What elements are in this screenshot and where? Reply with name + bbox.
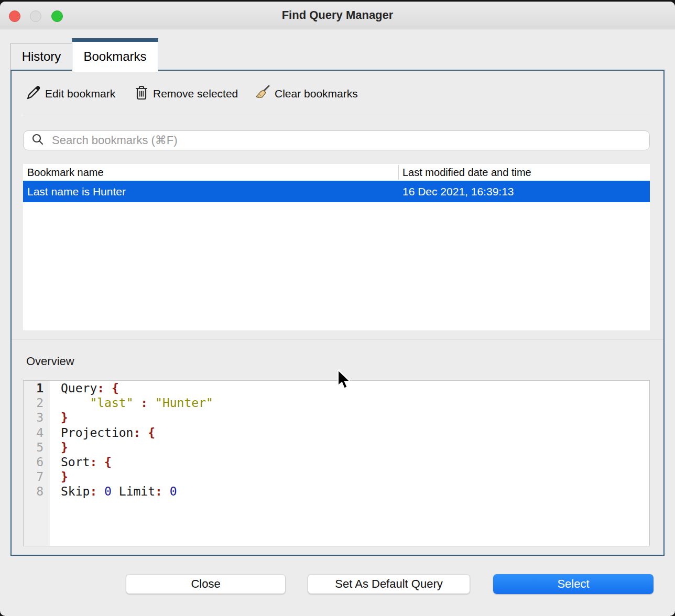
- overview-section-divider: [12, 339, 663, 340]
- line-number: 6: [24, 455, 50, 469]
- find-query-manager-window: Find Query Manager History Bookmarks Edi…: [0, 2, 675, 616]
- table-header-row: Bookmark name Last modified date and tim…: [23, 164, 650, 181]
- code-line: Sort: {: [50, 455, 649, 469]
- tab-bookmarks[interactable]: Bookmarks: [72, 38, 158, 72]
- line-number: 5: [24, 440, 50, 455]
- line-number-gutter: 12345678: [24, 381, 50, 546]
- code-line: Projection: {: [50, 425, 649, 440]
- pencil-icon: [25, 85, 41, 103]
- line-number: 7: [24, 469, 50, 484]
- overview-label: Overview: [26, 355, 74, 368]
- code-line: Skip: 0 Limit: 0: [50, 484, 649, 499]
- edit-bookmark-button[interactable]: Edit bookmark: [25, 83, 115, 104]
- clear-bookmarks-label: Clear bookmarks: [275, 87, 358, 100]
- code-lines: Query: { "last" : "Hunter"}Projection: {…: [50, 381, 649, 546]
- table-body: Last name is Hunter16 Dec 2021, 16:39:13: [23, 181, 650, 202]
- close-button[interactable]: Close: [126, 574, 286, 594]
- line-number: 8: [24, 484, 50, 499]
- column-header-last-modified[interactable]: Last modified date and time: [402, 167, 531, 179]
- code-line: }: [50, 440, 649, 455]
- remove-selected-label: Remove selected: [153, 87, 238, 100]
- table-row[interactable]: Last name is Hunter16 Dec 2021, 16:39:13: [23, 181, 650, 202]
- code-line: }: [50, 469, 649, 484]
- select-button[interactable]: Select: [493, 574, 654, 594]
- clear-bookmarks-button[interactable]: Clear bookmarks: [255, 83, 358, 104]
- broom-icon: [255, 85, 270, 103]
- column-divider[interactable]: [398, 165, 399, 180]
- minimize-window-icon[interactable]: [30, 10, 41, 22]
- code-line: }: [50, 410, 649, 425]
- bookmarks-table: Bookmark name Last modified date and tim…: [23, 164, 650, 331]
- remove-selected-button[interactable]: Remove selected: [134, 83, 238, 104]
- toolbar-divider: [23, 116, 650, 116]
- code-line: "last" : "Hunter": [50, 395, 649, 410]
- zoom-window-icon[interactable]: [51, 10, 63, 22]
- search-field[interactable]: [23, 130, 650, 150]
- close-window-icon[interactable]: [9, 10, 20, 22]
- line-number: 1: [24, 381, 50, 395]
- line-number: 3: [24, 410, 50, 425]
- search-input[interactable]: [51, 133, 644, 148]
- set-default-query-button[interactable]: Set As Default Query: [308, 574, 470, 594]
- code-line: Query: {: [50, 381, 649, 395]
- search-icon: [24, 133, 45, 148]
- tab-history[interactable]: History: [10, 43, 72, 70]
- edit-bookmark-label: Edit bookmark: [45, 87, 115, 100]
- last-modified-cell: 16 Dec 2021, 16:39:13: [402, 185, 514, 198]
- trash-icon: [134, 85, 149, 103]
- title-bar: Find Query Manager: [0, 2, 675, 29]
- column-header-bookmark-name[interactable]: Bookmark name: [27, 167, 104, 179]
- bookmark-name-cell: Last name is Hunter: [27, 185, 126, 198]
- line-number: 4: [24, 425, 50, 440]
- query-overview-editor[interactable]: 12345678 Query: { "last" : "Hunter"}Proj…: [23, 380, 650, 546]
- bookmarks-panel: Edit bookmark Remove selected: [10, 70, 665, 556]
- window-title: Find Query Manager: [0, 2, 675, 29]
- line-number: 2: [24, 395, 50, 410]
